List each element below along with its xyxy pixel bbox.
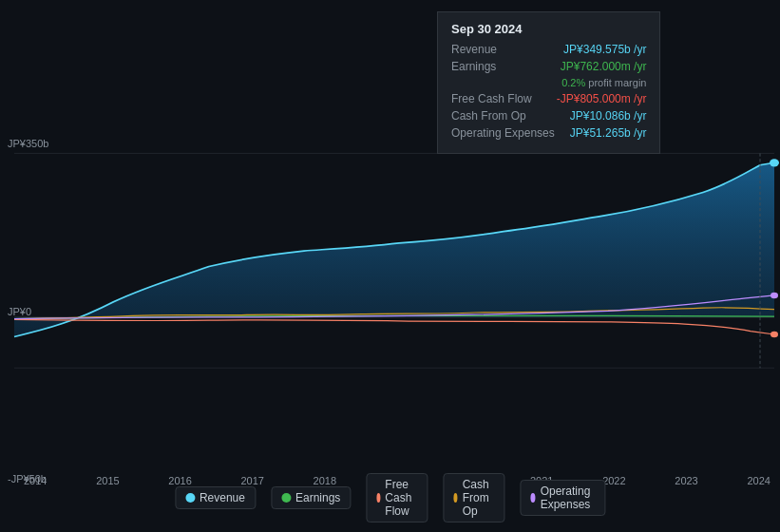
tooltip-label-revenue: Revenue <box>451 43 497 56</box>
x-label-2022: 2022 <box>602 475 625 486</box>
profit-margin-text: 0.2% profit margin <box>561 77 646 88</box>
legend-item-fcf[interactable]: Free Cash Flow <box>366 473 428 522</box>
chart-svg <box>0 138 780 466</box>
tooltip-title: Sep 30 2024 <box>451 22 646 36</box>
svg-point-5 <box>770 293 778 299</box>
chart-container: Sep 30 2024 Revenue JP¥349.575b /yr Earn… <box>0 0 780 532</box>
x-label-2014: 2014 <box>24 475 47 486</box>
legend-dot-opex <box>530 493 535 503</box>
legend-item-opex[interactable]: Operating Expenses <box>520 480 605 516</box>
legend: Revenue Earnings Free Cash Flow Cash Fro… <box>175 473 605 522</box>
legend-label-earnings: Earnings <box>295 491 340 504</box>
legend-dot-fcf <box>376 493 380 503</box>
legend-label-cashfromop: Cash From Op <box>463 478 495 518</box>
x-label-2023: 2023 <box>675 475 697 486</box>
legend-item-earnings[interactable]: Earnings <box>271 486 351 509</box>
legend-item-cashfromop[interactable]: Cash From Op <box>443 473 504 522</box>
tooltip-label-earnings: Earnings <box>451 60 496 73</box>
tooltip-value-cashfromop: JP¥10.086b /yr <box>570 109 647 123</box>
x-label-2015: 2015 <box>96 475 119 486</box>
svg-point-3 <box>770 159 779 166</box>
tooltip-row-opex: Operating Expenses JP¥51.265b /yr <box>451 126 646 140</box>
legend-dot-revenue <box>185 493 195 503</box>
tooltip-value-earnings: JP¥762.000m /yr <box>561 60 647 73</box>
profit-margin-row: 0.2% profit margin <box>451 77 646 88</box>
x-label-2024: 2024 <box>747 475 770 486</box>
tooltip-box: Sep 30 2024 Revenue JP¥349.575b /yr Earn… <box>437 11 660 154</box>
tooltip-label-opex: Operating Expenses <box>451 126 555 140</box>
svg-point-4 <box>770 332 778 338</box>
tooltip-row-revenue: Revenue JP¥349.575b /yr <box>451 43 646 56</box>
tooltip-value-revenue: JP¥349.575b /yr <box>563 43 646 56</box>
legend-dot-cashfromop <box>453 493 457 503</box>
tooltip-value-opex: JP¥51.265b /yr <box>570 126 647 140</box>
tooltip-label-cashfromop: Cash From Op <box>451 109 526 123</box>
tooltip-row-cashfromop: Cash From Op JP¥10.086b /yr <box>451 109 646 123</box>
legend-label-fcf: Free Cash Flow <box>385 478 417 518</box>
legend-label-opex: Operating Expenses <box>541 484 595 511</box>
tooltip-value-fcf: -JP¥805.000m /yr <box>557 92 647 105</box>
legend-item-revenue[interactable]: Revenue <box>175 486 256 509</box>
tooltip-label-fcf: Free Cash Flow <box>451 92 532 105</box>
tooltip-row-fcf: Free Cash Flow -JP¥805.000m /yr <box>451 92 646 105</box>
legend-label-revenue: Revenue <box>200 491 245 504</box>
legend-dot-earnings <box>281 493 291 503</box>
tooltip-row-earnings: Earnings JP¥762.000m /yr <box>451 60 646 73</box>
